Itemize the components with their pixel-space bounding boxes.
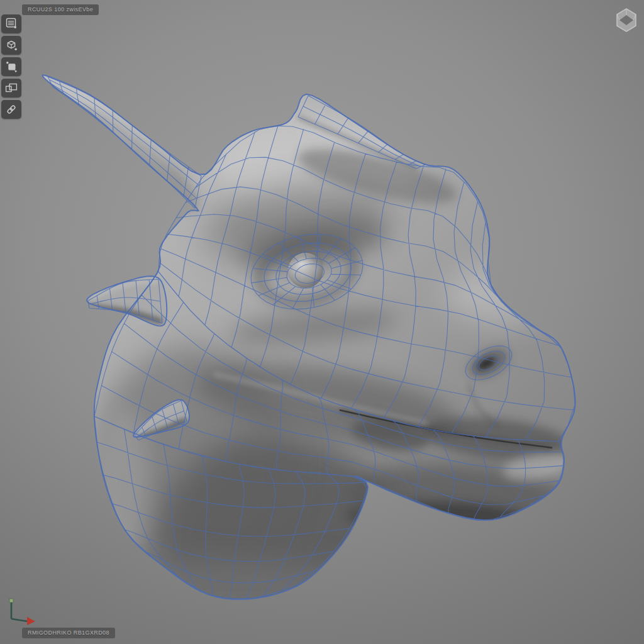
lined-box-icon xyxy=(3,15,20,33)
tool-button-filled-square-dot[interactable] xyxy=(1,57,21,76)
tool-button-lined-box[interactable] xyxy=(1,14,21,33)
tool-tooltip: RCUU2S 100 zwisEVbe xyxy=(22,4,99,15)
status-label: RMIGODHRIKO RB1GXRD08 xyxy=(22,628,115,638)
tool-sidebar xyxy=(1,14,21,119)
dragon-head-model[interactable] xyxy=(0,0,644,644)
cube-dot-icon xyxy=(3,36,20,54)
up-axis-cap xyxy=(9,599,13,602)
viewport-3d[interactable]: RCUU2S 100 zwisEVbe xyxy=(0,0,644,644)
stacked-squares-icon xyxy=(3,79,20,97)
tool-button-chain-link[interactable] xyxy=(1,100,21,119)
right-axis-line xyxy=(11,619,28,621)
right-axis-arrow xyxy=(27,617,35,625)
tool-button-cube-dot[interactable] xyxy=(1,36,21,55)
chain-link-icon xyxy=(3,101,20,118)
view-cube-icon[interactable] xyxy=(614,7,639,33)
axis-gizmo[interactable] xyxy=(4,595,44,633)
filled-square-dot-icon xyxy=(3,58,20,75)
tool-button-stacked-squares[interactable] xyxy=(1,79,21,97)
